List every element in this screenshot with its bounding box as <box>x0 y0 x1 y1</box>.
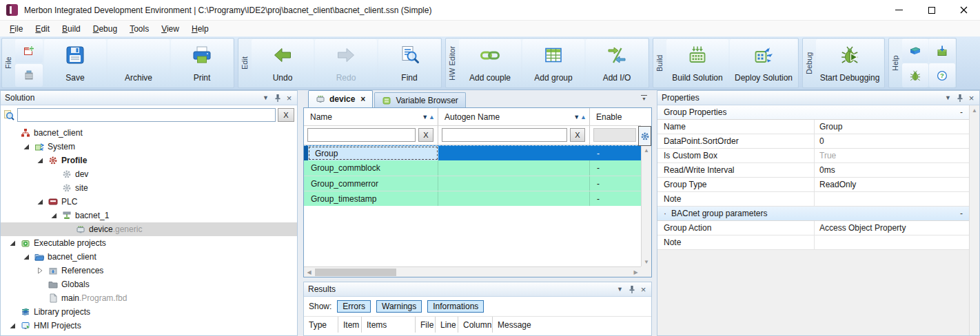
grid-row-group-timestamp[interactable]: Group_timestamp - <box>304 191 641 206</box>
archive-button[interactable]: Archive <box>108 39 170 87</box>
manual-button[interactable] <box>902 39 928 63</box>
sort-asc-icon[interactable]: ▲ <box>429 114 434 120</box>
tree-item-bacnet-client-hmi[interactable]: bacnet_client <box>1 333 297 335</box>
menu-edit[interactable]: Edit <box>29 22 56 36</box>
panel-menu-icon[interactable]: ▼ <box>614 284 626 295</box>
tab-list-menu-icon[interactable]: ▼ <box>641 95 647 101</box>
expander-expanded-icon[interactable] <box>6 240 19 246</box>
sort-desc-icon[interactable]: ▼ <box>573 114 579 120</box>
close-button[interactable] <box>948 0 980 21</box>
cell-autogen[interactable] <box>438 176 590 191</box>
add-io-button[interactable]: Add I/O <box>586 39 648 87</box>
autogen-filter-input[interactable] <box>442 128 567 142</box>
cell-enable[interactable]: - <box>590 191 641 206</box>
add-group-button[interactable]: Add group <box>522 39 584 87</box>
grid-settings-button[interactable] <box>638 126 651 146</box>
vertical-scrollbar[interactable]: ▲ ▼ <box>641 146 651 266</box>
expander-expanded-icon[interactable] <box>48 212 60 219</box>
tree-item-bacnet-client-project[interactable]: bacnet_client <box>1 250 297 264</box>
tree-item-library-projects[interactable]: Library projects <box>1 305 297 319</box>
new-project-button[interactable] <box>15 39 43 63</box>
expander-expanded-icon[interactable] <box>34 198 46 205</box>
filter-informations-button[interactable]: Informations <box>427 300 484 313</box>
results-column-line[interactable]: Line <box>436 317 458 333</box>
panel-close-icon[interactable]: × <box>637 284 649 295</box>
panel-menu-icon[interactable]: ▼ <box>942 92 954 104</box>
check-updates-button[interactable] <box>929 39 955 63</box>
tree-item-system[interactable]: System <box>1 140 297 154</box>
tab-variable-browser[interactable]: Variable Browser <box>374 92 465 107</box>
property-value[interactable]: 0ms <box>815 163 969 177</box>
property-value[interactable] <box>815 192 969 206</box>
deploy-solution-button[interactable]: Deploy Solution <box>730 39 797 87</box>
scrollbar-thumb[interactable] <box>315 269 396 276</box>
save-button[interactable]: Save <box>44 39 106 87</box>
add-couple-button[interactable]: Add couple <box>459 39 521 87</box>
print-button[interactable]: Print <box>171 39 233 87</box>
horizontal-scrollbar[interactable]: ◀ ▶ <box>304 266 641 277</box>
pin-icon[interactable] <box>954 92 966 104</box>
menu-build[interactable]: Build <box>56 22 87 36</box>
filter-warnings-button[interactable]: Warnings <box>376 300 422 313</box>
panel-close-icon[interactable]: × <box>966 92 977 104</box>
report-bug-button[interactable] <box>902 63 928 87</box>
results-column-column[interactable]: Column <box>458 317 493 333</box>
properties-scrollbar[interactable]: ▲ <box>969 105 979 335</box>
property-value[interactable] <box>815 235 969 249</box>
tree-item-device-generic[interactable]: device.generic <box>1 222 297 236</box>
cell-enable[interactable]: - <box>590 146 641 160</box>
cell-autogen[interactable] <box>438 191 590 206</box>
maximize-button[interactable] <box>915 0 948 21</box>
tab-device[interactable]: device × <box>308 90 373 107</box>
solution-search-clear-button[interactable]: X <box>278 108 294 122</box>
scroll-left-icon[interactable]: ◀ <box>304 269 314 275</box>
property-value[interactable]: Access Object Property <box>815 221 969 235</box>
cell-enable[interactable]: - <box>590 176 641 191</box>
menu-tools[interactable]: Tools <box>123 22 155 36</box>
expander-collapsed-icon[interactable] <box>34 267 46 274</box>
cell-autogen[interactable] <box>438 160 590 176</box>
tree-item-profile[interactable]: Profile <box>1 154 297 167</box>
property-row-note[interactable]: Note <box>657 192 969 207</box>
menu-debug[interactable]: Debug <box>87 22 123 36</box>
tree-item-globals[interactable]: Globals <box>1 277 297 291</box>
tree-item-bacnet-client-root[interactable]: bacnet_client <box>1 126 297 140</box>
expander-expanded-icon[interactable] <box>20 143 32 150</box>
build-solution-button[interactable]: Build Solution <box>666 39 728 87</box>
tree-item-main-program[interactable]: main.Program.fbd <box>1 291 297 305</box>
property-row-is-custom-box[interactable]: Is Custom Box True <box>657 149 969 163</box>
tree-item-references[interactable]: References <box>1 264 297 277</box>
property-row-note-2[interactable]: Note <box>657 235 969 250</box>
property-row-read-write-interval[interactable]: Read/Write Interval 0ms <box>657 163 969 178</box>
cell-name[interactable]: Group_timestamp <box>304 191 438 206</box>
cell-name[interactable]: Group_commerror <box>304 176 438 191</box>
tree-item-dev[interactable]: dev <box>1 167 297 181</box>
column-header-enable[interactable]: Enable <box>590 108 641 125</box>
autogen-filter-clear-button[interactable]: X <box>570 128 585 142</box>
tree-item-plc[interactable]: PLC <box>1 195 297 209</box>
scroll-up-icon[interactable]: ▲ <box>972 107 977 335</box>
solution-search-input[interactable] <box>17 108 276 122</box>
tree-item-executable-projects[interactable]: Executable projects <box>1 236 297 250</box>
section-group-properties[interactable]: Group Properties - <box>657 105 969 120</box>
menu-view[interactable]: View <box>155 22 185 36</box>
menu-file[interactable]: File <box>3 22 29 36</box>
section-bacnet-group-parameters[interactable]: · BACnet group parameters - <box>657 207 969 221</box>
scroll-up-icon[interactable]: ▲ <box>644 147 649 154</box>
about-button[interactable]: ? <box>929 63 955 87</box>
expander-expanded-icon[interactable] <box>34 157 46 164</box>
collapse-icon[interactable]: - <box>960 209 963 218</box>
expander-expanded-icon[interactable] <box>6 322 19 329</box>
cell-enable[interactable]: - <box>590 160 641 176</box>
property-value[interactable]: 0 <box>815 134 969 148</box>
property-row-group-action[interactable]: Group Action Access Object Property <box>657 221 969 235</box>
cell-name[interactable]: Group_commblock <box>304 160 438 176</box>
scroll-down-icon[interactable]: ▼ <box>644 259 649 265</box>
start-debugging-button[interactable]: Start Debugging <box>816 39 884 87</box>
tree-item-bacnet-1[interactable]: bacnet_1 <box>1 209 297 222</box>
filter-errors-button[interactable]: Errors <box>337 300 371 313</box>
tree-item-hmi-projects[interactable]: HMI Projects <box>1 319 297 333</box>
collapse-icon[interactable]: - <box>960 107 963 117</box>
property-row-group-type[interactable]: Group Type ReadOnly <box>657 178 969 192</box>
property-value[interactable]: Group <box>815 120 969 134</box>
